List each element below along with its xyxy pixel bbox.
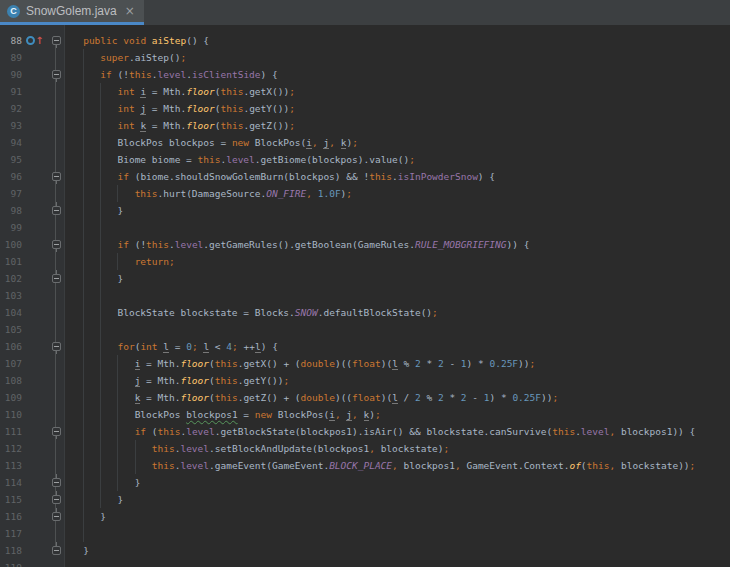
fold-column xyxy=(48,491,64,508)
fold-marker-end[interactable] xyxy=(52,478,61,487)
line-number[interactable]: 107 xyxy=(0,355,22,372)
code-line[interactable]: 114 } xyxy=(0,474,730,491)
code-line[interactable]: 97 this.hurt(DamageSource.ON_FIRE, 1.0F)… xyxy=(0,185,730,202)
code-editor[interactable]: 88↑ public void aiStep() {89 super.aiSte… xyxy=(0,25,730,567)
code-line[interactable]: 112 this.level.setBlockAndUpdate(blockpo… xyxy=(0,440,730,457)
code-line[interactable]: 104 BlockState blockstate = Blocks.SNOW.… xyxy=(0,304,730,321)
line-number[interactable]: 96 xyxy=(0,168,22,185)
override-circle-icon xyxy=(26,36,35,45)
line-number[interactable]: 97 xyxy=(0,185,22,202)
fold-column xyxy=(48,304,64,321)
line-number[interactable]: 102 xyxy=(0,270,22,287)
code-text: for(int l = 0; l < 4; ++l) { xyxy=(64,338,730,355)
fold-marker-start[interactable] xyxy=(52,172,61,181)
code-text: if (this.level.getBlockState(blockpos1).… xyxy=(64,423,730,440)
code-text: BlockPos blockpos = new BlockPos(i, j, k… xyxy=(64,134,730,151)
gutter-icon-slot xyxy=(22,270,48,287)
code-line[interactable]: 95 Biome biome = this.level.getBiome(blo… xyxy=(0,151,730,168)
line-number[interactable]: 108 xyxy=(0,372,22,389)
code-line[interactable]: 108 j = Mth.floor(this.getY()); xyxy=(0,372,730,389)
line-number[interactable]: 94 xyxy=(0,134,22,151)
fold-column xyxy=(48,457,64,474)
code-line[interactable]: 106 for(int l = 0; l < 4; ++l) { xyxy=(0,338,730,355)
line-number[interactable]: 90 xyxy=(0,66,22,83)
code-line[interactable]: 101 return; xyxy=(0,253,730,270)
line-number[interactable]: 93 xyxy=(0,117,22,134)
code-text xyxy=(64,559,730,567)
code-line[interactable]: 89 super.aiStep(); xyxy=(0,49,730,66)
code-line[interactable]: 102 } xyxy=(0,270,730,287)
override-method-icon[interactable]: ↑ xyxy=(22,32,48,49)
line-number[interactable]: 119 xyxy=(0,559,22,567)
fold-marker-end[interactable] xyxy=(52,512,61,521)
line-number[interactable]: 88 xyxy=(0,32,22,49)
fold-marker-end[interactable] xyxy=(52,495,61,504)
close-tab-icon[interactable]: × xyxy=(125,5,135,17)
code-line[interactable]: 111 if (this.level.getBlockState(blockpo… xyxy=(0,423,730,440)
gutter-icon-slot xyxy=(22,440,48,457)
tab-snowgolem-java[interactable]: C SnowGolem.java × xyxy=(0,0,144,25)
code-line[interactable]: 103 xyxy=(0,287,730,304)
code-text: public void aiStep() { xyxy=(64,32,730,49)
code-line[interactable]: 115 } xyxy=(0,491,730,508)
line-number[interactable]: 99 xyxy=(0,219,22,236)
code-text: super.aiStep(); xyxy=(64,49,730,66)
fold-marker-end[interactable] xyxy=(52,546,61,555)
code-line[interactable]: 109 k = Mth.floor(this.getZ() + (double)… xyxy=(0,389,730,406)
code-line[interactable]: 105 xyxy=(0,321,730,338)
code-line[interactable]: 92 int j = Mth.floor(this.getY()); xyxy=(0,100,730,117)
fold-marker-end[interactable] xyxy=(52,274,61,283)
code-line[interactable]: 119 xyxy=(0,559,730,567)
line-number[interactable]: 118 xyxy=(0,542,22,559)
fold-column xyxy=(48,440,64,457)
code-line[interactable]: 88↑ public void aiStep() { xyxy=(0,32,730,49)
editor-lines: 88↑ public void aiStep() {89 super.aiSte… xyxy=(0,32,730,567)
gutter-icon-slot xyxy=(22,83,48,100)
line-number[interactable]: 116 xyxy=(0,508,22,525)
fold-marker-start[interactable] xyxy=(52,36,61,45)
line-number[interactable]: 111 xyxy=(0,423,22,440)
line-number[interactable]: 115 xyxy=(0,491,22,508)
gutter-icon-slot xyxy=(22,372,48,389)
line-number[interactable]: 110 xyxy=(0,406,22,423)
line-number[interactable]: 106 xyxy=(0,338,22,355)
code-text: this.level.gameEvent(GameEvent.BLOCK_PLA… xyxy=(64,457,730,474)
line-number[interactable]: 95 xyxy=(0,151,22,168)
line-number[interactable]: 109 xyxy=(0,389,22,406)
fold-column xyxy=(48,474,64,491)
line-number[interactable]: 117 xyxy=(0,525,22,542)
fold-marker-start[interactable] xyxy=(52,427,61,436)
code-line[interactable]: 100 if (!this.level.getGameRules().getBo… xyxy=(0,236,730,253)
line-number[interactable]: 104 xyxy=(0,304,22,321)
fold-marker-start[interactable] xyxy=(52,342,61,351)
code-line[interactable]: 113 this.level.gameEvent(GameEvent.BLOCK… xyxy=(0,457,730,474)
code-line[interactable]: 94 BlockPos blockpos = new BlockPos(i, j… xyxy=(0,134,730,151)
code-line[interactable]: 117 xyxy=(0,525,730,542)
line-number[interactable]: 100 xyxy=(0,236,22,253)
fold-marker-end[interactable] xyxy=(52,206,61,215)
fold-marker-start[interactable] xyxy=(52,240,61,249)
code-line[interactable]: 99 xyxy=(0,219,730,236)
code-line[interactable]: 93 int k = Mth.floor(this.getZ()); xyxy=(0,117,730,134)
code-line[interactable]: 110 BlockPos blockpos1 = new BlockPos(i,… xyxy=(0,406,730,423)
code-line[interactable]: 91 int i = Mth.floor(this.getX()); xyxy=(0,83,730,100)
line-number[interactable]: 101 xyxy=(0,253,22,270)
code-line[interactable]: 107 i = Mth.floor(this.getX() + (double)… xyxy=(0,355,730,372)
code-line[interactable]: 116 } xyxy=(0,508,730,525)
code-line[interactable]: 98 } xyxy=(0,202,730,219)
line-number[interactable]: 92 xyxy=(0,100,22,117)
line-number[interactable]: 89 xyxy=(0,49,22,66)
code-line[interactable]: 118 } xyxy=(0,542,730,559)
line-number[interactable]: 98 xyxy=(0,202,22,219)
line-number[interactable]: 112 xyxy=(0,440,22,457)
line-number[interactable]: 105 xyxy=(0,321,22,338)
code-line[interactable]: 90 if (!this.level.isClientSide) { xyxy=(0,66,730,83)
gutter-icon-slot xyxy=(22,66,48,83)
line-number[interactable]: 103 xyxy=(0,287,22,304)
fold-marker-start[interactable] xyxy=(52,70,61,79)
line-number[interactable]: 91 xyxy=(0,83,22,100)
line-number[interactable]: 113 xyxy=(0,457,22,474)
code-line[interactable]: 96 if (biome.shouldSnowGolemBurn(blockpo… xyxy=(0,168,730,185)
code-text: BlockPos blockpos1 = new BlockPos(i, j, … xyxy=(64,406,730,423)
line-number[interactable]: 114 xyxy=(0,474,22,491)
